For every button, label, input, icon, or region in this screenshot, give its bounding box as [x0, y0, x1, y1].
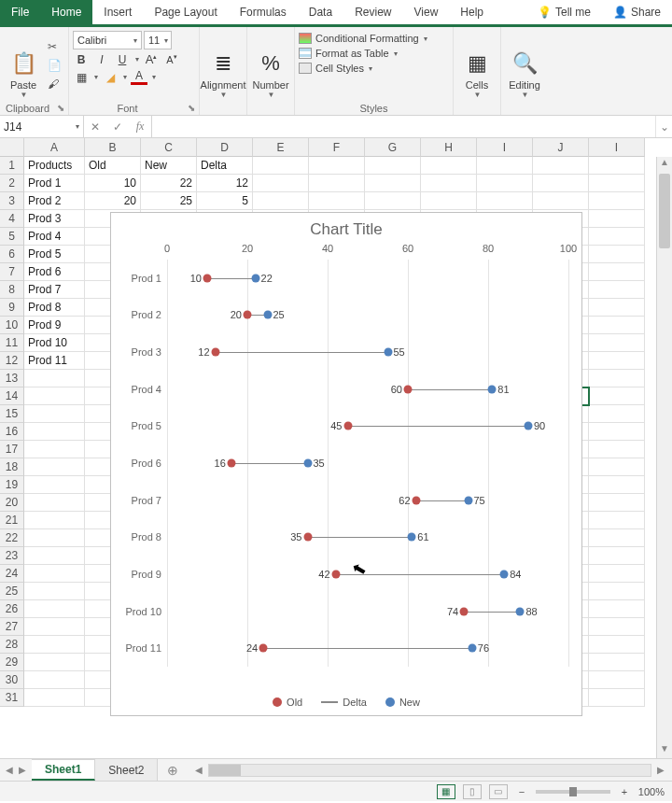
cell[interactable]	[477, 175, 533, 192]
row-header[interactable]: 10	[0, 317, 24, 334]
zoom-level[interactable]: 100%	[638, 786, 665, 797]
chart-plot-area[interactable]: 020406080100Prod 11022Prod 22025Prod 312…	[167, 260, 568, 667]
cell[interactable]	[533, 192, 589, 210]
row-header[interactable]: 22	[0, 529, 24, 547]
cell[interactable]	[477, 157, 533, 175]
row-header[interactable]: 2	[0, 175, 24, 192]
cells-button[interactable]: ▦ Cells ▼	[457, 29, 497, 101]
column-header[interactable]: A	[24, 138, 85, 157]
tab-insert[interactable]: Insert	[92, 0, 143, 24]
cell[interactable]	[589, 654, 645, 671]
cell[interactable]: 5	[197, 192, 253, 210]
cell[interactable]: 12	[197, 175, 253, 192]
scroll-left-button[interactable]: ◀	[191, 765, 206, 775]
row-header[interactable]: 25	[0, 583, 24, 600]
row-header[interactable]: 8	[0, 281, 24, 299]
normal-view-button[interactable]: ▦	[437, 784, 455, 799]
scroll-thumb[interactable]	[659, 174, 670, 248]
tab-page-layout[interactable]: Page Layout	[143, 0, 228, 24]
column-header[interactable]: E	[253, 138, 309, 157]
cell[interactable]	[24, 565, 85, 583]
cell[interactable]	[589, 405, 645, 423]
cell[interactable]	[589, 370, 645, 387]
zoom-in-button[interactable]: +	[618, 786, 631, 797]
cell[interactable]	[365, 157, 421, 175]
row-header[interactable]: 14	[0, 387, 24, 405]
column-header[interactable]: C	[141, 138, 197, 157]
cell[interactable]: 20	[85, 192, 141, 210]
row-header[interactable]: 9	[0, 299, 24, 317]
cell[interactable]	[24, 547, 85, 565]
scroll-down-button[interactable]: ▼	[657, 743, 672, 758]
cell[interactable]	[309, 192, 365, 210]
cell[interactable]	[589, 671, 645, 689]
row-header[interactable]: 29	[0, 654, 24, 671]
cell[interactable]	[24, 387, 85, 405]
alignment-button[interactable]: ≣ Alignment ▼	[203, 29, 243, 101]
row-header[interactable]: 4	[0, 210, 24, 228]
cell[interactable]	[533, 157, 589, 175]
cell[interactable]	[589, 689, 645, 707]
italic-button[interactable]: I	[93, 53, 110, 66]
cell[interactable]	[24, 583, 85, 600]
cell[interactable]	[24, 636, 85, 654]
row-header[interactable]: 1	[0, 157, 24, 175]
tab-formulas[interactable]: Formulas	[229, 0, 298, 24]
cell[interactable]	[589, 565, 645, 583]
horizontal-scrollbar[interactable]: ◀ ▶	[188, 759, 672, 781]
row-header[interactable]: 13	[0, 370, 24, 387]
cell[interactable]: Prod 8	[24, 299, 85, 317]
row-header[interactable]: 6	[0, 246, 24, 263]
cell[interactable]	[589, 228, 645, 246]
zoom-slider[interactable]	[536, 790, 610, 794]
row-header[interactable]: 15	[0, 405, 24, 423]
cell[interactable]	[589, 192, 645, 210]
cell[interactable]	[24, 476, 85, 494]
dialog-launcher-icon[interactable]: ⬊	[57, 103, 64, 113]
cell[interactable]	[421, 175, 477, 192]
cell[interactable]	[589, 263, 645, 281]
cell[interactable]	[589, 494, 645, 512]
tab-help[interactable]: Help	[449, 0, 495, 24]
tell-me-button[interactable]: 💡Tell me	[526, 0, 602, 24]
cell[interactable]: 10	[85, 175, 141, 192]
bold-button[interactable]: B	[73, 53, 90, 66]
column-header[interactable]: I	[589, 138, 645, 157]
font-size-select[interactable]: 11▾	[144, 31, 172, 49]
vertical-scrollbar[interactable]: ▲ ▼	[656, 157, 672, 758]
cell[interactable]	[253, 157, 309, 175]
cell[interactable]	[24, 512, 85, 529]
cell-styles-button[interactable]: Cell Styles▾	[299, 63, 427, 74]
cell[interactable]: Products	[24, 157, 85, 175]
cell[interactable]	[589, 210, 645, 228]
cell[interactable]	[24, 618, 85, 636]
legend-item-old[interactable]: Old	[273, 697, 302, 708]
grow-font-button[interactable]: A▴	[143, 52, 160, 66]
cell[interactable]	[24, 441, 85, 458]
cell[interactable]	[589, 387, 645, 405]
cell[interactable]	[589, 441, 645, 458]
cell[interactable]	[421, 192, 477, 210]
conditional-formatting-button[interactable]: Conditional Formatting▾	[299, 33, 427, 44]
chevron-down-icon[interactable]: ▾	[76, 122, 79, 131]
row-header[interactable]: 30	[0, 671, 24, 689]
cell[interactable]	[253, 192, 309, 210]
cell[interactable]	[589, 175, 645, 192]
zoom-out-button[interactable]: −	[515, 786, 528, 797]
copy-button[interactable]: 📄	[45, 57, 64, 74]
cell[interactable]	[589, 299, 645, 317]
expand-formula-bar-button[interactable]: ⌄	[655, 116, 672, 137]
cell[interactable]	[589, 583, 645, 600]
cell[interactable]	[589, 547, 645, 565]
legend-item-delta[interactable]: Delta	[321, 697, 367, 708]
cell[interactable]	[589, 512, 645, 529]
cell[interactable]	[589, 636, 645, 654]
sheet-tab-sheet1[interactable]: Sheet1	[32, 759, 95, 781]
cell[interactable]	[533, 175, 589, 192]
paste-button[interactable]: 📋 Paste ▼	[4, 29, 43, 101]
cell[interactable]	[24, 689, 85, 707]
cell[interactable]: 25	[141, 192, 197, 210]
cell[interactable]: Prod 5	[24, 246, 85, 263]
cell[interactable]: Prod 10	[24, 334, 85, 352]
column-header[interactable]: J	[533, 138, 589, 157]
